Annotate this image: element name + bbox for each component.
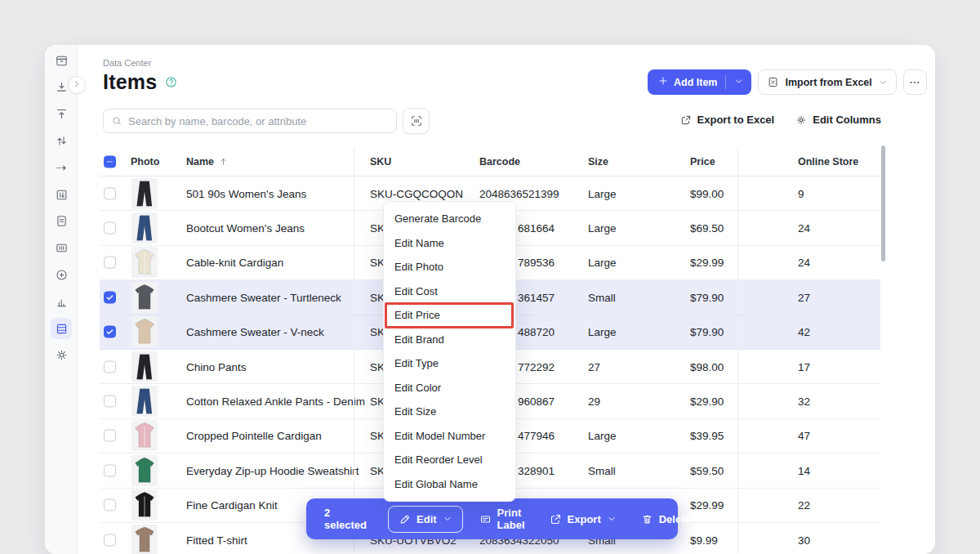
export-to-excel-label: Export to Excel xyxy=(697,114,775,126)
column-header-name[interactable]: Name xyxy=(186,156,229,168)
app-window: Data Center Items Add Item Import from E… xyxy=(45,45,935,554)
export-icon xyxy=(550,513,562,525)
selection-action-bar: 2 selected EditPrint LabelExportDelete xyxy=(306,498,678,539)
gear-icon xyxy=(795,114,807,126)
sidebar-item-settings[interactable] xyxy=(51,345,72,366)
chevron-down-icon xyxy=(443,514,452,524)
cell-name: Fitted T-shirt xyxy=(186,534,247,546)
cell-name: Cable-knit Cardigan xyxy=(186,257,283,269)
column-header-photo: Photo xyxy=(131,156,159,168)
cell-name: Cashmere Sweater - V-neck xyxy=(186,326,324,338)
row-checkbox[interactable] xyxy=(104,430,116,442)
context-menu: Generate BarcodeEdit NameEdit PhotoEdit … xyxy=(383,201,516,502)
edit-button[interactable]: Edit xyxy=(388,506,463,533)
table-scrollbar[interactable] xyxy=(881,145,885,261)
product-photo xyxy=(131,489,158,520)
row-checkbox[interactable] xyxy=(104,464,116,476)
menu-item-edit-price[interactable]: Edit Price xyxy=(384,303,515,328)
print-label-button[interactable]: Print Label xyxy=(471,500,533,538)
cell-price: $59.50 xyxy=(690,464,724,476)
plus-icon xyxy=(657,75,669,89)
sidebar-item-ship[interactable] xyxy=(51,104,72,125)
add-item-button[interactable]: Add Item xyxy=(648,69,751,95)
help-icon[interactable] xyxy=(164,75,178,89)
menu-item-edit-photo[interactable]: Edit Photo xyxy=(384,255,515,279)
menu-item-edit-brand[interactable]: Edit Brand xyxy=(384,328,515,352)
add-item-dropdown[interactable] xyxy=(726,76,751,89)
box-icon xyxy=(55,54,69,68)
checkmark-icon xyxy=(105,293,114,302)
gear-icon xyxy=(55,348,69,362)
row-checkbox[interactable] xyxy=(104,534,116,546)
menu-item-edit-size[interactable]: Edit Size xyxy=(384,400,515,424)
row-checkbox[interactable] xyxy=(104,222,116,235)
row-checkbox[interactable] xyxy=(104,360,116,373)
sidebar-item-add-new[interactable] xyxy=(51,264,72,285)
sidebar-item-workflow[interactable] xyxy=(51,157,72,178)
row-checkbox[interactable] xyxy=(104,499,116,512)
row-checkbox[interactable] xyxy=(104,291,116,303)
row-checkbox[interactable] xyxy=(104,326,116,338)
sidebar-item-stock-count[interactable] xyxy=(51,184,72,205)
sidebar-item-documents[interactable] xyxy=(51,211,72,232)
import-label: Import from Excel xyxy=(785,77,871,88)
cell-online-store: 22 xyxy=(798,499,810,512)
menu-item-generate-barcode[interactable]: Generate Barcode xyxy=(384,207,515,231)
product-photo xyxy=(131,282,158,313)
select-all-checkbox[interactable] xyxy=(104,155,116,168)
column-header-online-store: Online Store xyxy=(798,156,858,168)
label-icon xyxy=(479,513,492,525)
cell-size: Large xyxy=(588,222,617,235)
edit-label: Edit xyxy=(416,513,437,525)
delete-label: Delete xyxy=(659,513,691,525)
search-bar xyxy=(103,109,397,133)
page-title: Items xyxy=(103,70,157,94)
cell-price: $79.90 xyxy=(690,326,724,338)
sidebar-item-archive[interactable] xyxy=(51,50,72,71)
product-photo xyxy=(131,247,158,278)
product-photo xyxy=(131,386,158,417)
cell-online-store: 47 xyxy=(798,430,810,442)
edit-columns-button[interactable]: Edit Columns xyxy=(795,114,881,126)
column-header-barcode: Barcode xyxy=(479,156,520,168)
delete-button[interactable]: Delete xyxy=(633,507,699,532)
menu-item-edit-reorder-level[interactable]: Edit Reorder Level xyxy=(384,448,515,472)
menu-item-edit-name[interactable]: Edit Name xyxy=(384,231,515,256)
barcode-scan-icon xyxy=(410,114,423,127)
sidebar-item-barcode-cards[interactable] xyxy=(51,238,72,259)
menu-item-edit-model-number[interactable]: Edit Model Number xyxy=(384,424,515,449)
row-checkbox[interactable] xyxy=(104,187,116,199)
edit-columns-label: Edit Columns xyxy=(813,114,881,126)
row-checkbox[interactable] xyxy=(104,257,116,269)
search-input[interactable] xyxy=(128,115,389,127)
export-button[interactable]: Export xyxy=(541,507,625,532)
cell-name: Cashmere Sweater - Turtleneck xyxy=(186,291,341,303)
sidebar-item-items[interactable] xyxy=(51,318,72,339)
product-photo xyxy=(131,351,158,382)
menu-item-edit-cost[interactable]: Edit Cost xyxy=(384,279,515,304)
product-photo xyxy=(131,316,158,347)
row-checkbox[interactable] xyxy=(104,395,116,408)
more-options-button[interactable] xyxy=(903,69,927,95)
sidebar-item-analytics[interactable] xyxy=(51,291,72,312)
sidebar-item-transfer[interactable] xyxy=(51,130,72,151)
indeterminate-icon xyxy=(105,157,114,166)
cell-name: Bootcut Women's Jeans xyxy=(186,222,305,235)
cell-size: 29 xyxy=(588,395,600,408)
stock-count-icon xyxy=(55,188,69,202)
cell-price: $29.99 xyxy=(690,257,724,269)
barcode-scan-button[interactable] xyxy=(403,108,430,134)
export-to-excel-button[interactable]: Export to Excel xyxy=(680,114,775,126)
export-icon xyxy=(680,114,692,126)
column-header-sku: SKU xyxy=(370,156,391,168)
menu-item-edit-type[interactable]: Edit Type xyxy=(384,351,515,376)
sidebar-expand-button[interactable] xyxy=(68,76,86,94)
cell-online-store: 9 xyxy=(798,187,804,199)
cell-online-store: 42 xyxy=(798,326,810,338)
import-from-excel-button[interactable]: Import from Excel xyxy=(758,69,896,95)
menu-item-edit-color[interactable]: Edit Color xyxy=(384,376,515,400)
menu-item-edit-global-name[interactable]: Edit Global Name xyxy=(384,472,515,497)
chart-icon xyxy=(55,295,69,309)
cell-price: $29.90 xyxy=(690,395,724,408)
cell-price: $98.00 xyxy=(690,360,724,373)
